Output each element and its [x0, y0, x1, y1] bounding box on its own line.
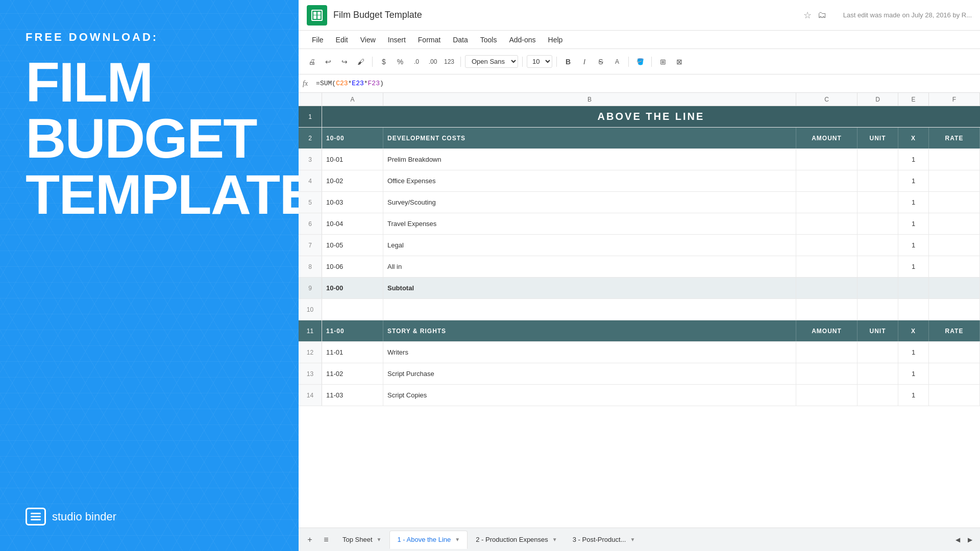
sep2: [460, 57, 461, 67]
document-title: Film Budget Template: [333, 10, 797, 20]
item-rate: [929, 213, 980, 234]
tab-production-expenses[interactable]: 2 - Production Expenses ▼: [469, 531, 565, 549]
item-unit: [857, 385, 898, 406]
tab-above-line[interactable]: 1 - Above the Line ▼: [389, 531, 468, 549]
tab-dropdown-icon: ▼: [630, 537, 635, 542]
main-title: FILM BUDGET TEMPLATE: [26, 54, 273, 222]
rate-header: RATE: [929, 320, 980, 341]
add-sheet-btn[interactable]: +: [303, 533, 317, 547]
empty-cell: [383, 299, 796, 320]
row-number: 6: [299, 213, 322, 234]
tab-scroll-right[interactable]: ▶: [964, 534, 976, 546]
item-amount: [796, 213, 857, 234]
table-row: 6 10-04 Travel Expenses 1: [299, 213, 980, 235]
spreadsheet: A B C D E F 1 ABOVE THE LINE 2 10-00 DEV…: [299, 93, 980, 528]
row-number: 3: [299, 149, 322, 170]
decimal-increase-btn[interactable]: .00: [426, 55, 440, 69]
borders-btn[interactable]: ⊞: [656, 55, 670, 69]
logo-icon: [26, 508, 46, 525]
item-desc: Office Expenses: [383, 170, 796, 191]
item-desc: All in: [383, 256, 796, 277]
col-header-a: A: [322, 93, 383, 106]
redo-btn[interactable]: ↪: [337, 55, 352, 69]
number-format-btn[interactable]: 123: [442, 55, 456, 69]
strikethrough-btn[interactable]: S: [594, 55, 608, 69]
tab-scroll-left[interactable]: ◀: [951, 534, 964, 546]
item-rate: [929, 342, 980, 363]
text-color-btn[interactable]: A: [610, 55, 624, 69]
menu-help[interactable]: Help: [543, 34, 568, 46]
fx-icon: fx: [303, 80, 308, 88]
row-number: 5: [299, 192, 322, 213]
item-desc: Prelim Breakdown: [383, 149, 796, 170]
item-code: 11-01: [322, 342, 383, 363]
merge-btn[interactable]: ⊠: [672, 55, 687, 69]
row-number: 7: [299, 235, 322, 256]
menu-edit[interactable]: Edit: [331, 34, 353, 46]
menu-tools[interactable]: Tools: [475, 34, 502, 46]
menu-view[interactable]: View: [355, 34, 381, 46]
left-content: FREE DOWNLOAD: FILM BUDGET TEMPLATE: [26, 31, 273, 222]
bold-btn[interactable]: B: [561, 55, 575, 69]
italic-btn[interactable]: I: [577, 55, 592, 69]
item-x: 1: [898, 385, 929, 406]
percent-btn[interactable]: %: [393, 55, 407, 69]
table-row: 13 11-02 Script Purchase 1: [299, 363, 980, 385]
folder-icon[interactable]: 🗂: [818, 10, 827, 20]
last-edit-text: Last edit was made on July 28, 2016 by R…: [843, 11, 972, 19]
x-header: X: [898, 128, 929, 148]
undo-btn[interactable]: ↩: [321, 55, 335, 69]
item-x: 1: [898, 213, 929, 234]
empty-cell: [796, 299, 857, 320]
tab-above-line-label: 1 - Above the Line: [397, 536, 451, 543]
item-code: 10-03: [322, 192, 383, 213]
font-family-select[interactable]: Open Sans: [465, 55, 518, 68]
item-amount: [796, 149, 857, 170]
item-unit: [857, 192, 898, 213]
item-rate: [929, 385, 980, 406]
print-btn[interactable]: 🖨: [305, 55, 319, 69]
currency-btn[interactable]: $: [377, 55, 391, 69]
sheet-list-btn[interactable]: ≡: [319, 533, 333, 547]
item-rate: [929, 363, 980, 384]
left-panel: FREE DOWNLOAD: FILM BUDGET TEMPLATE stud…: [0, 0, 299, 551]
item-unit: [857, 363, 898, 384]
row-number: 1: [299, 106, 322, 127]
table-row: 11 11-00 STORY & RIGHTS AMOUNT UNIT X RA…: [299, 320, 980, 342]
tab-top-sheet[interactable]: Top Sheet ▼: [335, 531, 388, 549]
tab-dropdown-icon: ▼: [455, 537, 460, 542]
empty-cell: [857, 299, 898, 320]
logo-text: studio binder: [52, 510, 116, 523]
decimal-decrease-btn[interactable]: .0: [409, 55, 424, 69]
item-amount: [796, 192, 857, 213]
menu-file[interactable]: File: [307, 34, 329, 46]
title-cell: ABOVE THE LINE: [322, 106, 980, 127]
font-size-select[interactable]: 10: [527, 55, 552, 68]
item-x: 1: [898, 363, 929, 384]
menu-insert[interactable]: Insert: [383, 34, 411, 46]
menu-addons[interactable]: Add-ons: [504, 34, 541, 46]
item-rate: [929, 192, 980, 213]
item-desc: Script Copies: [383, 385, 796, 406]
star-icon[interactable]: ☆: [803, 10, 812, 21]
item-rate: [929, 170, 980, 191]
row-number: 8: [299, 256, 322, 277]
fill-color-btn[interactable]: 🪣: [633, 55, 647, 69]
item-desc: Survey/Scouting: [383, 192, 796, 213]
item-rate: [929, 235, 980, 256]
table-row: 4 10-02 Office Expenses 1: [299, 170, 980, 192]
sep6: [651, 57, 652, 67]
row-number: 2: [299, 128, 322, 148]
subtotal-rate: [929, 278, 980, 298]
menu-data[interactable]: Data: [448, 34, 473, 46]
row-number: 14: [299, 385, 322, 406]
item-desc: Travel Expenses: [383, 213, 796, 234]
rate-header: RATE: [929, 128, 980, 148]
col-header-f: F: [929, 93, 980, 106]
sheets-app-icon: [307, 5, 327, 26]
item-code: 11-03: [322, 385, 383, 406]
item-code: 10-02: [322, 170, 383, 191]
menu-format[interactable]: Format: [413, 34, 446, 46]
tab-post-production[interactable]: 3 - Post-Product... ▼: [566, 531, 643, 549]
paint-format-btn[interactable]: 🖌: [354, 55, 368, 69]
